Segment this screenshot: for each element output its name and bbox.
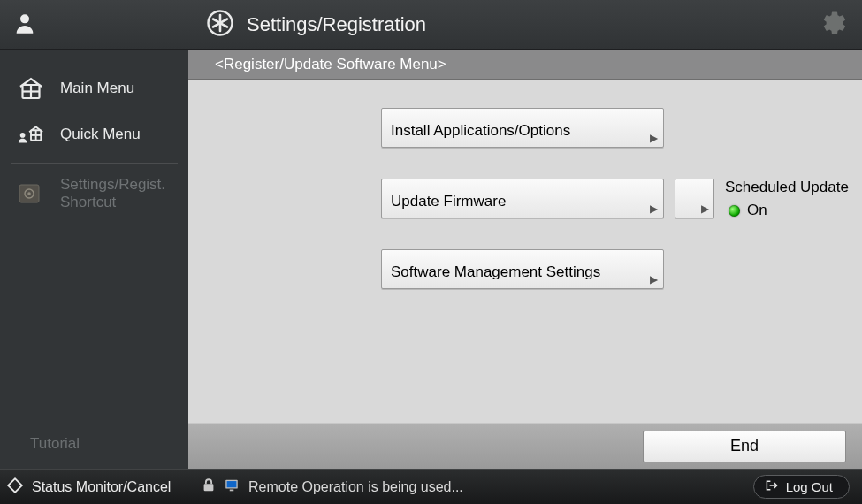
diamond-icon	[5, 476, 25, 499]
chevron-right-icon: ▶	[650, 202, 658, 215]
logout-button[interactable]: Log Out	[753, 475, 850, 499]
scheduled-status-text: On	[747, 202, 767, 219]
breadcrumb: <Register/Update Software Menu>	[188, 50, 862, 80]
monitor-icon	[224, 477, 240, 497]
end-button[interactable]: End	[643, 431, 846, 462]
main-menu-item[interactable]: Main Menu	[0, 65, 188, 111]
footer-bar: End	[188, 423, 862, 469]
sidebar: Main Menu	[0, 0, 188, 469]
logout-icon	[765, 479, 779, 494]
svg-point-7	[20, 133, 26, 138]
settings-shortcut-item[interactable]: Settings/Regist.Shortcut	[0, 165, 188, 221]
status-monitor-button[interactable]: Status Monitor/Cancel	[5, 476, 188, 499]
header: Settings/Registration	[188, 0, 862, 50]
chevron-right-icon: ▶	[650, 132, 658, 144]
quick-menu-icon	[16, 122, 46, 147]
scheduled-update-status: Scheduled Update On	[725, 179, 849, 219]
svg-point-10	[27, 192, 31, 195]
user-row	[0, 0, 188, 50]
home-icon	[16, 76, 46, 101]
content: Install Applications/Options ▶ Update Fi…	[188, 80, 862, 423]
sidebar-item-label: Quick Menu	[60, 126, 141, 143]
update-firmware-button[interactable]: Update Firmware ▶	[381, 179, 664, 218]
scheduled-label: Scheduled Update	[725, 179, 849, 196]
sidebar-divider	[11, 163, 178, 164]
lock-icon	[201, 477, 217, 497]
main: Settings/Registration <Register/Update S…	[188, 0, 862, 469]
asterisk-icon	[206, 9, 234, 41]
svg-point-0	[20, 14, 29, 23]
svg-rect-16	[8, 478, 22, 493]
status-led-icon	[729, 205, 740, 217]
gear-icon[interactable]	[821, 10, 848, 40]
button-label: End	[730, 437, 759, 454]
tutorial-item[interactable]: Tutorial	[0, 424, 188, 469]
svg-rect-17	[204, 484, 214, 491]
button-label: Update Firmware	[391, 193, 506, 210]
user-icon	[12, 11, 37, 39]
quick-menu-item[interactable]: Quick Menu	[0, 111, 188, 157]
button-label: Software Management Settings	[391, 263, 600, 280]
status-message: Remote Operation is being used...	[248, 479, 463, 495]
svg-rect-20	[230, 489, 234, 491]
sidebar-nav: Main Menu	[0, 50, 188, 221]
status-monitor-label: Status Monitor/Cancel	[32, 479, 171, 495]
software-management-button[interactable]: Software Management Settings ▶	[381, 249, 664, 289]
status-bar: Status Monitor/Cancel Remote Operation i…	[0, 469, 862, 504]
status-icons	[201, 477, 240, 497]
scheduled-update-button[interactable]: ▶	[675, 179, 714, 218]
sidebar-item-label: Main Menu	[60, 80, 134, 97]
tutorial-label: Tutorial	[30, 435, 80, 453]
svg-rect-19	[227, 481, 237, 487]
install-applications-button[interactable]: Install Applications/Options ▶	[381, 108, 664, 148]
page-title: Settings/Registration	[247, 13, 426, 36]
logout-label: Log Out	[786, 479, 833, 494]
gear-note-icon	[16, 181, 46, 206]
chevron-right-icon: ▶	[701, 202, 709, 215]
breadcrumb-text: <Register/Update Software Menu>	[215, 56, 446, 73]
chevron-right-icon: ▶	[650, 273, 658, 286]
sidebar-item-label: Settings/Regist.Shortcut	[60, 176, 165, 210]
button-label: Install Applications/Options	[391, 122, 570, 139]
